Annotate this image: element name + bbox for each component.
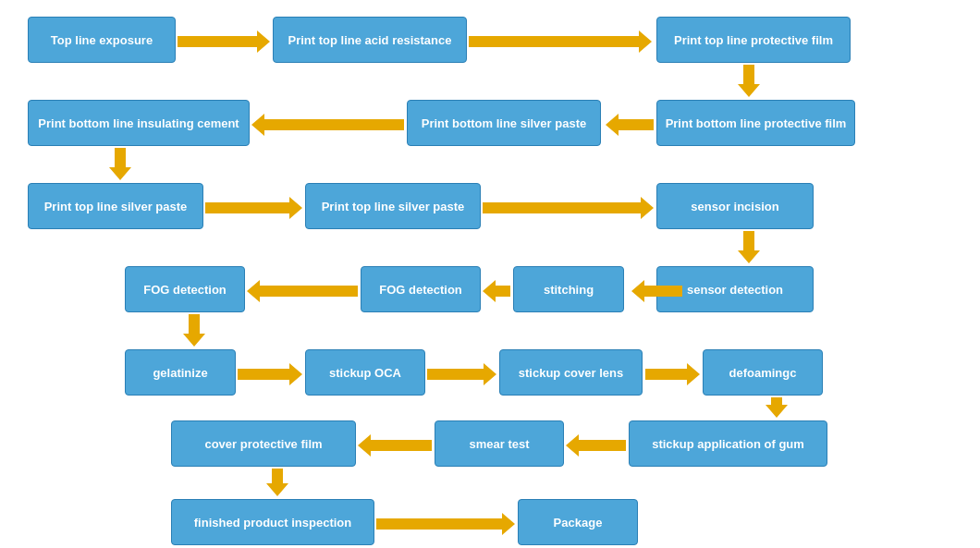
arrow-right — [376, 510, 515, 538]
arrow-down — [763, 397, 790, 418]
arrow-right — [645, 360, 700, 388]
svg-marker-10 — [483, 280, 510, 302]
arrow-left — [606, 111, 654, 139]
svg-marker-6 — [205, 197, 302, 219]
svg-marker-2 — [738, 65, 760, 97]
arrow-down — [263, 469, 291, 496]
svg-marker-20 — [376, 513, 515, 535]
svg-marker-11 — [247, 280, 358, 302]
svg-marker-13 — [238, 363, 302, 385]
arrow-left — [566, 432, 626, 459]
arrow-right — [178, 28, 270, 55]
svg-marker-18 — [358, 434, 432, 457]
process-diagram: Top line exposurePrint top line acid res… — [0, 0, 980, 548]
svg-marker-14 — [427, 363, 496, 385]
svg-marker-15 — [645, 363, 700, 385]
defoamingc: defoamingc — [703, 349, 823, 396]
svg-marker-19 — [266, 469, 288, 496]
arrow-right — [483, 194, 654, 222]
arrow-right — [205, 194, 302, 222]
fog-detection2: FOG detection — [361, 266, 481, 312]
svg-marker-16 — [766, 397, 788, 418]
print-bottom-insulating: Print bottom line insulating cement — [28, 100, 250, 146]
svg-marker-9 — [631, 280, 682, 302]
package: Package — [518, 499, 638, 545]
top-line-exposure: Top line exposure — [28, 17, 176, 63]
svg-marker-17 — [566, 434, 626, 457]
cover-protective-film: cover protective film — [171, 420, 356, 467]
svg-marker-4 — [251, 114, 404, 136]
print-bottom-silver: Print bottom line silver paste — [407, 100, 601, 146]
arrow-down — [735, 231, 763, 263]
arrow-left — [631, 277, 682, 305]
arrow-left — [358, 432, 432, 459]
arrow-down — [180, 314, 208, 347]
svg-marker-8 — [738, 231, 760, 263]
sensor-incision: sensor incision — [656, 183, 814, 229]
print-top-silver2: Print top line silver paste — [305, 183, 481, 229]
svg-marker-3 — [606, 114, 654, 136]
svg-marker-12 — [183, 314, 205, 347]
finished-product: finished product inspection — [171, 499, 374, 545]
arrow-right — [238, 360, 302, 388]
print-top-protective: Print top line protective film — [656, 17, 851, 63]
print-top-acid: Print top line acid resistance — [273, 17, 467, 63]
print-top-silver1: Print top line silver paste — [28, 183, 203, 229]
svg-marker-0 — [178, 30, 270, 53]
arrow-down — [106, 148, 134, 180]
svg-marker-7 — [483, 197, 654, 219]
arrow-left — [247, 277, 358, 305]
stitching: stitching — [513, 266, 624, 312]
gelatinize: gelatinize — [125, 349, 236, 396]
stickup-cover-lens: stickup cover lens — [499, 349, 643, 396]
print-bottom-protective: Print bottom line protective film — [656, 100, 855, 146]
arrow-down — [735, 65, 763, 97]
arrow-left — [483, 277, 510, 305]
stickup-gum: stickup application of gum — [629, 420, 827, 467]
stickup-oca: stickup OCA — [305, 349, 425, 396]
svg-marker-5 — [109, 148, 131, 180]
smear-test: smear test — [435, 420, 564, 467]
arrow-right — [427, 360, 496, 388]
arrow-right — [469, 28, 652, 55]
arrow-left — [251, 111, 404, 139]
fog-detection1: FOG detection — [125, 266, 245, 312]
svg-marker-1 — [469, 30, 652, 53]
